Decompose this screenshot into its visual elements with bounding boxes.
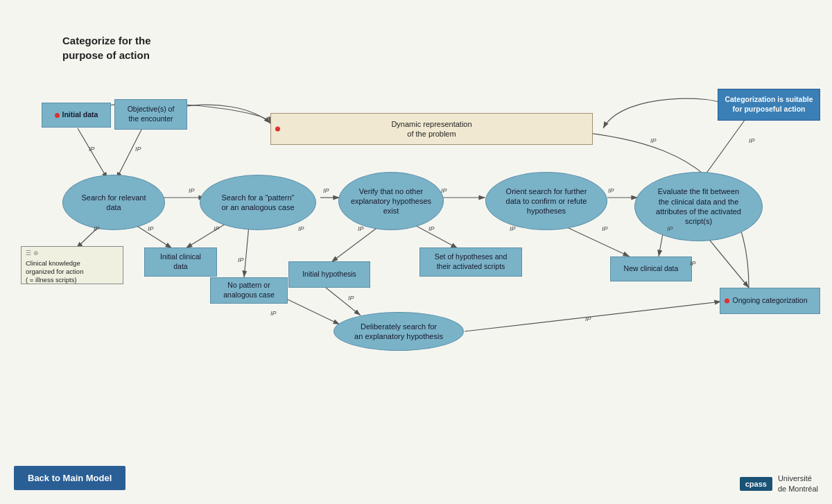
no-pattern-node: No pattern or analogous case — [210, 277, 288, 304]
orient-search-node: Orient search for further data to confir… — [485, 172, 607, 230]
evaluate-fit-node: Evaluate the fit between the clinical da… — [634, 172, 763, 241]
ip-label-4: IP — [323, 187, 329, 194]
initial-clinical-data-node: Initial clinical data — [144, 247, 217, 277]
ip-label-13: IP — [348, 295, 354, 302]
set-hypotheses-node: Set of hypotheses and their activated sc… — [419, 247, 522, 277]
ip-label-9: IP — [214, 225, 220, 232]
logo-area: cpass Université de Montréal — [740, 473, 818, 494]
initial-hypothesis-node: Initial hypothesis — [288, 261, 370, 288]
cpass-logo: cpass — [740, 477, 772, 491]
ip-label-16: IP — [602, 225, 608, 232]
search-pattern-node: Search for a "pattern" or an analogous c… — [200, 175, 316, 230]
clinical-knowledge-node: ☰ ⊕ Clinical knowledge organized for act… — [21, 246, 123, 284]
ip-label-2: IP — [135, 146, 141, 153]
ip-label-20: IP — [585, 315, 591, 322]
ip-label-5: IP — [441, 187, 447, 194]
ip-label-18: IP — [690, 260, 696, 267]
ip-label-11: IP — [298, 225, 304, 232]
search-relevant-node: Search for relevant data — [62, 175, 165, 230]
svg-line-19 — [465, 302, 721, 331]
ip-label-14: IP — [428, 225, 435, 232]
ip-label-10: IP — [238, 257, 244, 263]
ip-label-8: IP — [148, 225, 154, 232]
svg-line-1 — [78, 128, 107, 179]
svg-line-2 — [116, 128, 142, 179]
categorization-suitable-node: Categorization is suitable for purposefu… — [718, 89, 820, 121]
university-logo: Université de Montréal — [778, 473, 818, 494]
page-title: Categorize for the purpose of action — [62, 33, 151, 62]
deliberate-search-node: Deliberately search for an explanatory h… — [333, 312, 464, 351]
ip-label-22: IP — [749, 137, 755, 144]
ip-label-21: IP — [650, 137, 657, 144]
ip-label-1: IP — [89, 146, 95, 153]
ongoing-categorization-node: Ongoing categorization — [720, 288, 820, 314]
svg-line-8 — [700, 114, 749, 182]
back-button[interactable]: Back to Main Model — [14, 466, 125, 490]
dynamic-rep-node: Dynamic representation of the problem — [270, 113, 593, 145]
ip-label-17: IP — [667, 225, 673, 232]
ip-label-6: IP — [608, 187, 614, 194]
ip-label-15: IP — [510, 225, 516, 232]
initial-data-node: Initial data — [42, 103, 111, 128]
ip-label-19: IP — [270, 310, 277, 317]
svg-line-16 — [326, 288, 361, 315]
verify-hypotheses-node: Verify that no other explanatory hypothe… — [338, 172, 444, 230]
ip-label-7: IP — [94, 225, 100, 232]
arrows-layer — [0, 0, 832, 504]
new-clinical-data-node: New clinical data — [610, 257, 692, 281]
ip-label-3: IP — [189, 187, 195, 194]
objectives-node: Objective(s) of the encounter — [114, 99, 187, 130]
ip-label-12: IP — [358, 225, 364, 232]
